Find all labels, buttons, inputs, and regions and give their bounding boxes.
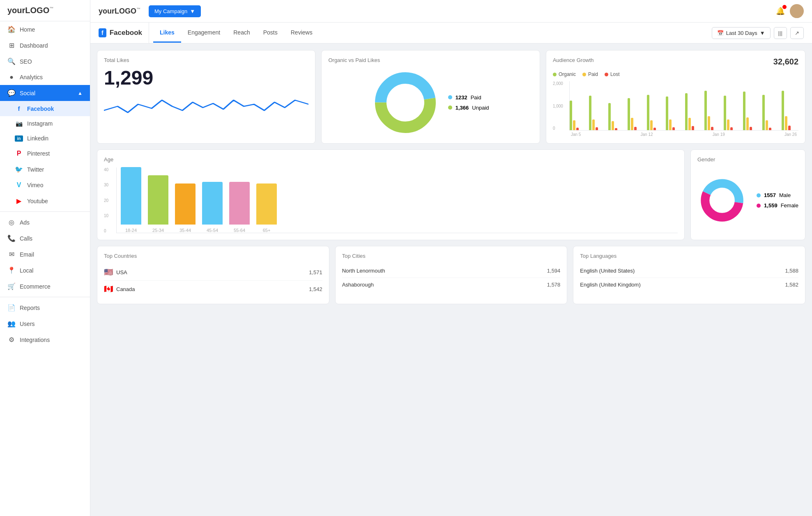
growth-organic-bar <box>782 91 784 130</box>
lost-legend: Lost <box>605 71 620 77</box>
page-actions: 📅 Last 30 Days ▼ ||| ↗ <box>712 27 804 39</box>
growth-lost-bar <box>711 127 713 130</box>
svg-point-0 <box>794 7 800 12</box>
sidebar-item-label: Users <box>20 321 35 327</box>
sidebar-item-integrations[interactable]: ⚙ Integrations <box>0 332 90 348</box>
date-filter-button[interactable]: 📅 Last 30 Days ▼ <box>712 27 771 39</box>
pinterest-icon: P <box>15 150 23 157</box>
integrations-icon: ⚙ <box>7 336 16 344</box>
page-header: f Facebook Likes Engagement Reach Posts … <box>90 23 812 44</box>
male-dot <box>757 193 761 197</box>
page-tabs: Likes Engagement Reach Posts Reviews <box>153 23 712 43</box>
chart-view-button[interactable]: ||| <box>774 27 787 39</box>
sidebar-item-ecommerce[interactable]: 🛒 Ecommerce <box>0 278 90 294</box>
tab-posts[interactable]: Posts <box>257 23 284 43</box>
growth-bar-chart <box>569 81 798 131</box>
sidebar-item-label: Linkedin <box>27 135 48 142</box>
table-row: English (United Kingdom) 1,582 <box>580 278 798 291</box>
dashboard-icon: ⊞ <box>7 41 16 49</box>
twitter-icon: 🐦 <box>15 165 23 173</box>
user-avatar[interactable] <box>790 4 804 18</box>
cities-table: North Lenormouth 1,594 Ashaborough 1,578 <box>342 264 561 291</box>
growth-lost-bar <box>730 127 733 130</box>
sidebar-item-local[interactable]: 📍 Local <box>0 262 90 278</box>
instagram-icon: 📷 <box>15 120 23 127</box>
paid-legend-label: Paid <box>588 71 598 77</box>
tab-reviews[interactable]: Reviews <box>284 23 319 43</box>
age-bar-group: 25-34 <box>148 175 168 233</box>
age-bar-group: 45-54 <box>202 182 223 233</box>
sidebar-item-label: Ecommerce <box>20 283 51 290</box>
age-y-40: 40 <box>104 167 108 172</box>
growth-paid-bar <box>785 116 787 130</box>
city-2-value: 1,578 <box>547 282 561 288</box>
likes-sparkline <box>104 92 308 117</box>
languages-table: English (United States) 1,588 English (U… <box>580 264 798 291</box>
lang-1-label: English (United States) <box>580 268 635 274</box>
sidebar-item-vimeo[interactable]: V Vimeo <box>0 177 90 193</box>
growth-organic-bar <box>743 92 745 130</box>
sidebar-item-reports[interactable]: 📄 Reports <box>0 300 90 316</box>
sidebar-item-users[interactable]: 👥 Users <box>0 316 90 332</box>
table-row: Ashaborough 1,578 <box>342 278 561 291</box>
sidebar-item-label: Twitter <box>27 166 44 173</box>
sidebar-item-ads[interactable]: ◎ Ads <box>0 214 90 230</box>
bottom-cards-row: Top Countries 🇺🇸 USA 1,571 🇨🇦 Canada <box>97 246 805 304</box>
paid-dot <box>448 95 452 99</box>
tab-likes[interactable]: Likes <box>153 23 181 43</box>
sidebar-item-facebook[interactable]: f Facebook <box>0 101 90 116</box>
email-icon: ✉ <box>7 250 16 258</box>
tab-reach[interactable]: Reach <box>227 23 256 43</box>
growth-paid-bar <box>631 118 633 130</box>
sidebar-item-twitter[interactable]: 🐦 Twitter <box>0 161 90 177</box>
growth-paid-bar <box>650 120 653 130</box>
sidebar-item-linkedin[interactable]: in Linkedin <box>0 131 90 146</box>
canada-flag-icon: 🇨🇦 <box>104 284 113 294</box>
sidebar-item-calls[interactable]: 📞 Calls <box>0 230 90 246</box>
top-countries-card: Top Countries 🇺🇸 USA 1,571 🇨🇦 Canada <box>97 246 329 304</box>
campaign-button[interactable]: My Campaign ▼ <box>149 5 201 17</box>
sidebar-item-pinterest[interactable]: P Pinterest <box>0 146 90 161</box>
sidebar-item-label: Reports <box>20 305 40 311</box>
growth-bar-group <box>782 91 798 130</box>
audience-growth-total: 32,602 <box>773 57 798 67</box>
countries-table: 🇺🇸 USA 1,571 🇨🇦 Canada 1,542 <box>104 264 322 297</box>
sidebar-item-seo[interactable]: 🔍 SEO <box>0 53 90 69</box>
top-cards-row: Total Likes 1,299 Organic vs Paid Likes <box>97 50 805 144</box>
gender-legend: 1557 Male 1,559 Female <box>757 192 798 209</box>
sidebar-item-instagram[interactable]: 📷 Instagram <box>0 116 90 131</box>
dropdown-icon: ▼ <box>190 8 195 14</box>
sidebar-item-youtube[interactable]: ▶ Youtube <box>0 193 90 209</box>
growth-paid-bar <box>669 119 672 130</box>
sidebar-item-analytics[interactable]: ● Analytics <box>0 69 90 85</box>
total-likes-value: 1,299 <box>104 68 308 88</box>
organic-legend-dot <box>553 73 557 76</box>
growth-paid-bar <box>688 118 691 130</box>
sidebar-item-home[interactable]: 🏠 Home <box>0 21 90 37</box>
growth-paid-bar <box>573 120 575 130</box>
sidebar-item-social[interactable]: 💬 Social ▲ <box>0 85 90 101</box>
sidebar-item-email[interactable]: ✉ Email <box>0 246 90 262</box>
age-y-0: 0 <box>104 229 108 233</box>
page-title: Facebook <box>110 29 142 37</box>
share-button[interactable]: ↗ <box>790 27 804 39</box>
growth-lost-bar <box>596 127 598 130</box>
growth-bar-group <box>666 96 683 130</box>
tab-engagement[interactable]: Engagement <box>181 23 227 43</box>
usa-flag-icon: 🇺🇸 <box>104 268 113 277</box>
table-row: 🇨🇦 Canada 1,542 <box>104 281 322 297</box>
sidebar-item-dashboard[interactable]: ⊞ Dashboard <box>0 37 90 53</box>
unpaid-value: 1,366 <box>455 105 469 111</box>
growth-lost-bar <box>788 126 791 130</box>
gender-title: Gender <box>697 156 798 163</box>
country-name-usa: 🇺🇸 USA <box>104 268 127 277</box>
top-countries-title: Top Countries <box>104 253 322 259</box>
calendar-icon: 📅 <box>717 30 724 36</box>
lang-1-name: English (United States) <box>580 268 635 274</box>
growth-bar-group <box>704 91 721 130</box>
notifications-bell[interactable]: 🔔 <box>776 7 785 16</box>
organic-legend: Organic <box>553 71 576 77</box>
growth-paid-bar <box>746 117 749 130</box>
organic-legend-label: Organic <box>559 71 576 77</box>
age-y-10: 10 <box>104 213 108 218</box>
